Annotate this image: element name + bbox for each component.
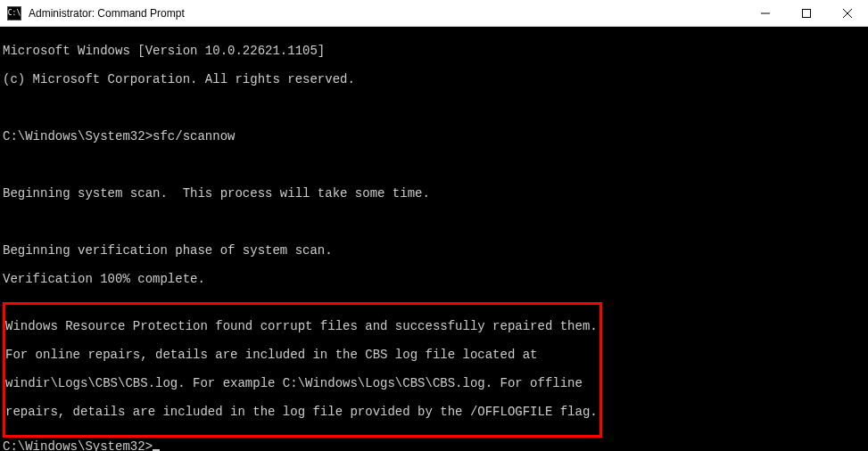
close-button[interactable] — [827, 0, 868, 26]
minimize-button[interactable] — [745, 0, 786, 26]
result-highlight-box: Windows Resource Protection found corrup… — [3, 302, 602, 438]
titlebar[interactable]: C:\ Administrator: Command Prompt — [0, 0, 868, 27]
svg-rect-1 — [803, 9, 811, 17]
verification-begin-line: Beginning verification phase of system s… — [3, 243, 868, 258]
window-title: Administrator: Command Prompt — [29, 7, 185, 20]
entered-command: sfc/scannow — [153, 129, 235, 144]
cmd-icon: C:\ — [7, 6, 21, 20]
blank-line — [3, 101, 868, 115]
prompt-line-2: C:\Windows\System32> — [3, 439, 868, 451]
copyright-line: (c) Microsoft Corporation. All rights re… — [3, 72, 868, 86]
prompt-path: C:\Windows\System32> — [3, 129, 153, 144]
result-line-3: windir\Logs\CBS\CBS.log. For example C:\… — [5, 376, 598, 390]
verification-complete-line: Verification 100% complete. — [3, 272, 868, 286]
prompt-line-1: C:\Windows\System32>sfc/scannow — [3, 129, 868, 144]
maximize-button[interactable] — [786, 0, 827, 26]
blank-line — [3, 158, 868, 172]
result-line-4: repairs, details are included in the log… — [5, 405, 598, 419]
version-line: Microsoft Windows [Version 10.0.22621.11… — [3, 44, 868, 58]
command-prompt-window: C:\ Administrator: Command Prompt Micros… — [0, 0, 868, 451]
titlebar-buttons — [745, 0, 868, 26]
titlebar-left: C:\ Administrator: Command Prompt — [0, 6, 185, 20]
result-line-2: For online repairs, details are included… — [5, 348, 598, 362]
maximize-icon — [802, 9, 811, 18]
minimize-icon — [761, 9, 770, 18]
blank-line — [3, 215, 868, 229]
terminal-area[interactable]: Microsoft Windows [Version 10.0.22621.11… — [0, 27, 868, 451]
scan-begin-line: Beginning system scan. This process will… — [3, 186, 868, 201]
result-line-1: Windows Resource Protection found corrup… — [5, 319, 598, 333]
close-icon — [843, 9, 852, 18]
prompt-path: C:\Windows\System32> — [3, 439, 153, 451]
